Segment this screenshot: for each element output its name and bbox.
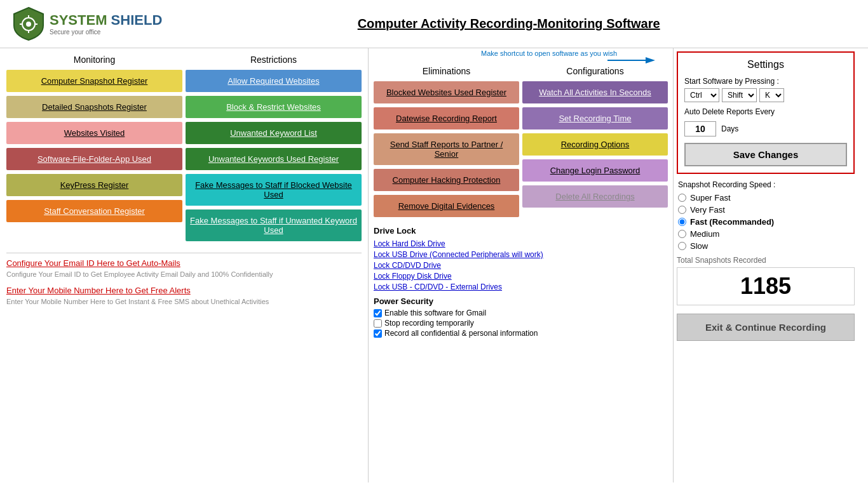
exit-continue-button[interactable]: Exit & Continue Recording — [677, 314, 855, 341]
lock-usb-drive-link[interactable]: Lock USB Drive (Connected Peripherals wi… — [374, 250, 668, 259]
logo-text: SYSTEM SHIELD Secure your office — [50, 12, 162, 36]
snapshot-speed-section: Snapshot Recording Speed : Super Fast Ve… — [674, 180, 858, 251]
change-login-btn[interactable]: Change Login Password — [522, 159, 668, 182]
total-snapshots-label: Total Snapshots Recorded — [677, 256, 855, 265]
restrictions-header: Restrictions — [186, 55, 362, 65]
key3-select[interactable]: K ABC — [759, 88, 784, 102]
eliminations-column: Eliminations Blocked Websites Used Regis… — [374, 66, 519, 221]
ps-gmail-label: Enable this software for Gmail — [384, 309, 486, 317]
fake-messages-blocked-btn[interactable]: Fake Messages to Staff if Blocked Websit… — [186, 174, 362, 206]
ps-gmail-item: Enable this software for Gmail — [374, 309, 668, 317]
lock-hard-disk-link[interactable]: Lock Hard Disk Drive — [374, 239, 668, 248]
mobile-link[interactable]: Enter Your Mobile Number Here to Get Fre… — [6, 286, 362, 295]
key1-select[interactable]: Ctrl Alt Shift — [684, 88, 719, 102]
speed-title: Snapshot Recording Speed : — [678, 180, 853, 189]
email-section: Configure Your Email ID Here to Get Auto… — [6, 253, 362, 305]
total-snapshots-section: Total Snapshots Recorded 1185 — [677, 256, 855, 305]
fake-messages-unwanted-btn[interactable]: Fake Messages to Staff if Unwanted Keywo… — [186, 209, 362, 241]
ps-record-checkbox[interactable] — [374, 329, 382, 338]
speed-slow-label: Slow — [690, 241, 708, 251]
key2-select[interactable]: Shift Alt Ctrl — [722, 88, 757, 102]
days-input[interactable] — [684, 121, 716, 136]
datewise-recording-btn[interactable]: Datewise Recording Report — [374, 107, 519, 130]
days-label: Days — [721, 124, 738, 133]
ps-record-item: Record all confidential & personal infor… — [374, 329, 668, 338]
ps-stop-item: Stop recording temporarily — [374, 319, 668, 328]
eliminations-configurations-row: Eliminations Blocked Websites Used Regis… — [374, 66, 668, 221]
key-row: Ctrl Alt Shift Shift Alt Ctrl K ABC — [684, 88, 847, 102]
arrow-icon — [607, 57, 658, 76]
speed-super-fast: Super Fast — [678, 193, 853, 203]
monitoring-restrictions-row: Monitoring Computer Snapshot Register De… — [6, 55, 362, 245]
total-count: 1185 — [740, 273, 791, 299]
shortcut-note: Make shortcut to open software as you wi… — [481, 50, 617, 57]
ps-stop-checkbox[interactable] — [374, 319, 382, 328]
logo-tagline: Secure your office — [50, 29, 162, 36]
staff-conversation-btn[interactable]: Staff Conversation Register — [6, 200, 182, 222]
ps-gmail-checkbox[interactable] — [374, 309, 382, 317]
computer-hacking-btn[interactable]: Computer Hacking Protection — [374, 169, 519, 191]
logo-system: SYSTEM — [50, 12, 107, 28]
watch-activities-btn[interactable]: Watch All Activities In Seconds — [522, 81, 668, 103]
app-title: Computer Activity Recording-Monitoring S… — [162, 17, 855, 31]
right-panel: Settings Start Software by Pressing : Ct… — [674, 48, 858, 482]
speed-slow-radio[interactable] — [678, 242, 686, 250]
unwanted-keyword-list-btn[interactable]: Unwanted Keyword List — [186, 122, 362, 144]
left-panel: Monitoring Computer Snapshot Register De… — [0, 48, 369, 482]
app-header: SYSTEM SHIELD Secure your office Compute… — [0, 0, 868, 48]
email-desc: Configure Your Email ID to Get Employee … — [6, 270, 362, 278]
allow-websites-btn[interactable]: Allow Required Websites — [186, 70, 362, 92]
delete-recordings-btn[interactable]: Delete All Recordings — [522, 185, 668, 208]
mobile-desc: Enter Your Mobile Number Here to Get Ins… — [6, 298, 362, 305]
speed-very-fast: Very Fast — [678, 205, 853, 215]
middle-panel: Make shortcut to open software as you wi… — [369, 48, 674, 482]
logo-title: SYSTEM SHIELD — [50, 12, 162, 29]
software-file-btn[interactable]: Software-File-Folder-App Used — [6, 148, 182, 170]
speed-slow: Slow — [678, 241, 853, 251]
block-websites-btn[interactable]: Block & Restrict Websites — [186, 96, 362, 118]
monitoring-column: Monitoring Computer Snapshot Register De… — [6, 55, 182, 245]
lock-cd-dvd-link[interactable]: Lock CD/DVD Drive — [374, 261, 668, 270]
detailed-snapshots-btn[interactable]: Detailed Snapshots Register — [6, 96, 182, 118]
power-security-section: Power Security Enable this software for … — [374, 296, 668, 338]
settings-title: Settings — [684, 59, 847, 70]
start-label: Start Software by Pressing : — [684, 77, 847, 86]
lock-usb-cd-link[interactable]: Lock USB - CD/DVD - External Drives — [374, 282, 668, 291]
speed-fast-radio[interactable] — [678, 218, 686, 226]
speed-fast: Fast (Recommanded) — [678, 217, 853, 227]
ps-record-label: Record all confidential & personal infor… — [384, 329, 538, 338]
speed-medium-label: Medium — [690, 229, 719, 239]
recording-options-btn[interactable]: Recording Options — [522, 133, 668, 156]
keypress-btn[interactable]: KeyPress Register — [6, 174, 182, 196]
drive-lock-section: Drive Lock Lock Hard Disk Drive Lock USB… — [374, 226, 668, 291]
computer-snapshot-btn[interactable]: Computer Snapshot Register — [6, 70, 182, 92]
restrictions-column: Restrictions Allow Required Websites Blo… — [186, 55, 362, 245]
logo-shield-word: SHIELD — [111, 12, 163, 28]
speed-medium: Medium — [678, 229, 853, 239]
eliminations-header: Eliminations — [374, 66, 519, 76]
shield-icon — [13, 6, 44, 41]
speed-medium-radio[interactable] — [678, 230, 686, 238]
total-count-box: 1185 — [677, 267, 855, 305]
send-staff-reports-btn[interactable]: Send Staff Reports to Partner / Senior — [374, 133, 519, 165]
shortcut-note-area: Make shortcut to open software as you wi… — [374, 48, 668, 66]
set-recording-time-btn[interactable]: Set Recording Time — [522, 107, 668, 130]
auto-delete-row: Auto Delete Reports Every — [684, 107, 847, 116]
configurations-column: Configurations Watch All Activities In S… — [522, 66, 668, 221]
unwanted-keywords-register-btn[interactable]: Unwanted Keywords Used Register — [186, 148, 362, 170]
save-changes-button[interactable]: Save Changes — [684, 143, 847, 166]
auto-delete-label: Auto Delete Reports Every — [684, 107, 775, 116]
ps-stop-label: Stop recording temporarily — [384, 319, 474, 328]
speed-super-fast-label: Super Fast — [690, 193, 731, 203]
speed-super-fast-radio[interactable] — [678, 194, 686, 202]
lock-floppy-link[interactable]: Lock Floppy Disk Drive — [374, 272, 668, 281]
email-link[interactable]: Configure Your Email ID Here to Get Auto… — [6, 258, 362, 268]
websites-visited-btn[interactable]: Websites Visited — [6, 122, 182, 144]
speed-very-fast-radio[interactable] — [678, 206, 686, 214]
blocked-websites-register-btn[interactable]: Blocked Websites Used Register — [374, 81, 519, 103]
remove-digital-btn[interactable]: Remove Digital Evidences — [374, 195, 519, 217]
logo-area: SYSTEM SHIELD Secure your office — [13, 6, 162, 41]
main-content: Monitoring Computer Snapshot Register De… — [0, 48, 868, 482]
speed-very-fast-label: Very Fast — [690, 205, 725, 215]
svg-marker-3 — [646, 57, 655, 63]
